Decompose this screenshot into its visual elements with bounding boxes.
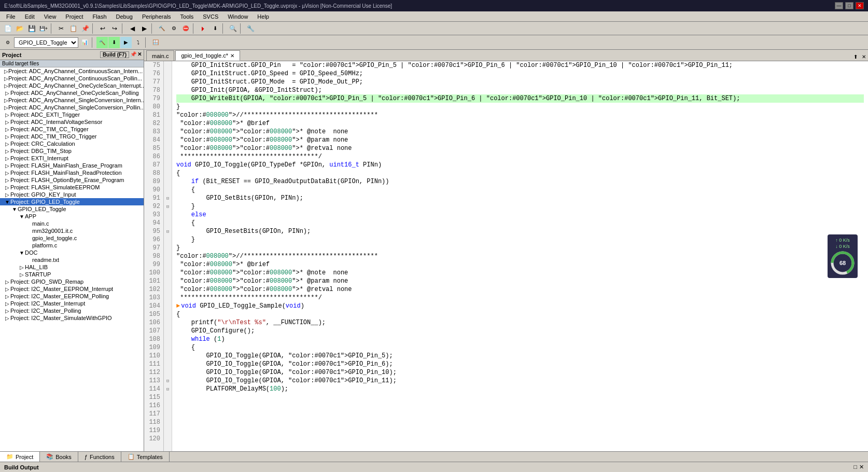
tree-expand-icon[interactable]: ▼ (4, 199, 10, 205)
menu-item-debug[interactable]: Debug (112, 12, 137, 21)
tree-item-11[interactable]: ▷Project: CRC_Calculation (0, 140, 144, 147)
tree-expand-icon[interactable]: ▷ (19, 265, 25, 270)
tree-item-29[interactable]: ▷STARTUP (0, 271, 144, 278)
tree-expand-icon[interactable]: ▷ (4, 148, 10, 154)
tree-item-26[interactable]: ▼DOC (0, 249, 144, 256)
bottom-tab-templates[interactable]: 📋Templates (121, 452, 170, 462)
tree-item-16[interactable]: ▷Project: FLASH_OptionByte_Erase_Program (0, 176, 144, 184)
tree-item-18[interactable]: ▷Project: GPIO_KEY_Input (0, 191, 144, 198)
menu-item-edit[interactable]: Edit (21, 12, 39, 21)
tree-item-4[interactable]: ▷Project: ADC_AnyChannel_OneCycleScan_Po… (0, 89, 144, 96)
start-stop-debug-button[interactable]: ▶ (120, 37, 132, 48)
tree-expand-icon[interactable]: ▷ (4, 301, 10, 307)
tree-item-19[interactable]: ▼Project: GPIO_LED_Toggle (0, 198, 144, 205)
tree-item-31[interactable]: ▷Project: I2C_Master_EEPROM_Interrupt (0, 285, 144, 293)
tab-gpio-led-toggle-c[interactable]: gpio_led_toggle.c* ✕ (175, 50, 240, 61)
tab-close-icon[interactable]: ✕ (230, 53, 234, 59)
tree-expand-icon[interactable]: ▷ (19, 272, 25, 277)
download-button[interactable]: ⬇ (209, 23, 221, 34)
nav-back-button[interactable]: ◀ (127, 23, 138, 34)
new-file-button[interactable]: 📄 (2, 23, 13, 34)
tree-expand-icon[interactable]: ▷ (4, 177, 10, 183)
menu-item-view[interactable]: View (40, 12, 61, 21)
menu-item-project[interactable]: Project (61, 12, 87, 21)
tree-expand-icon[interactable]: ▷ (4, 279, 10, 285)
tree-item-10[interactable]: ▷Project: ADC_TIM_TRGO_Trigger (0, 133, 144, 140)
tree-item-28[interactable]: ▷HAL_LIB (0, 263, 144, 271)
tab-main-c[interactable]: main.c (146, 50, 174, 61)
tree-expand-icon[interactable]: ▷ (4, 134, 10, 140)
search-button[interactable]: 🔍 (227, 23, 239, 34)
save-button[interactable]: 💾 (26, 23, 37, 34)
tree-item-25[interactable]: platform.c (0, 242, 144, 249)
tree-item-15[interactable]: ▷Project: FLASH_MainFlash_ReadProtection (0, 169, 144, 176)
options-button[interactable]: 🔧 (245, 23, 256, 34)
tree-expand-icon[interactable]: ▷ (4, 112, 10, 118)
tree-item-33[interactable]: ▷Project: I2C_Master_Interrupt (0, 300, 144, 307)
gutter-92[interactable]: ⊟ (164, 202, 172, 211)
tree-item-14[interactable]: ▷Project: FLASH_MainFlash_Erase_Program (0, 162, 144, 169)
windows-button[interactable]: 🪟 (150, 37, 161, 48)
tree-item-6[interactable]: ▷Project: ADC_AnyChannel_SingleConversio… (0, 104, 144, 111)
menu-item-svcs[interactable]: SVCS (199, 12, 222, 21)
tree-expand-icon[interactable]: ▷ (4, 308, 10, 314)
project-close-icon[interactable]: ✕ (137, 51, 142, 58)
tree-expand-icon[interactable]: ▼ (19, 214, 25, 219)
tree-item-13[interactable]: ▷Project: EXTI_Interrupt (0, 155, 144, 162)
tree-expand-icon[interactable]: ▷ (4, 163, 10, 169)
tree-item-9[interactable]: ▷Project: ADC_TIM_CC_Trigger (0, 126, 144, 133)
tree-expand-icon[interactable]: ▼ (19, 250, 25, 256)
tree-expand-icon[interactable]: ▷ (4, 170, 10, 176)
tree-item-8[interactable]: ▷Project: ADC_InternalVoltageSensor (0, 118, 144, 126)
bottom-tab-functions[interactable]: ƒFunctions (78, 452, 121, 462)
tree-expand-icon[interactable]: ▷ (4, 127, 10, 132)
manage-project-button[interactable]: 📊 (79, 37, 90, 48)
tree-expand-icon[interactable]: ▷ (4, 98, 8, 103)
tree-item-12[interactable]: ▷Project: DBG_TIM_Stop (0, 147, 144, 155)
stop-build-button[interactable]: ⛔ (180, 23, 191, 34)
open-file-button[interactable]: 📂 (14, 23, 25, 34)
tree-expand-icon[interactable]: ▷ (4, 192, 10, 198)
bottom-tab-books[interactable]: 📚Books (40, 452, 78, 462)
redo-button[interactable]: ↪ (109, 23, 120, 34)
build-target-button[interactable]: 🔨 (96, 37, 108, 48)
paste-button[interactable]: 📌 (79, 23, 91, 34)
tree-item-24[interactable]: gpio_led_toggle.c (0, 234, 144, 242)
nav-forward-button[interactable]: ▶ (138, 23, 150, 34)
tree-expand-icon[interactable]: ▷ (4, 68, 8, 74)
load-button[interactable]: ⬇ (108, 37, 120, 48)
tree-item-17[interactable]: ▷Project: FLASH_SimulateEEPROM (0, 184, 144, 191)
rebuild-button[interactable]: ⚙ (168, 23, 179, 34)
build-output-maximize-icon[interactable]: □ (853, 464, 857, 470)
tree-expand-icon[interactable]: ▷ (4, 119, 10, 125)
cut-button[interactable]: ✂ (55, 23, 67, 34)
tree-expand-icon[interactable]: ▷ (4, 156, 10, 161)
menu-item-flash[interactable]: Flash (89, 12, 111, 21)
tree-expand-icon[interactable]: ▷ (4, 185, 10, 190)
tree-expand-icon[interactable]: ▷ (4, 90, 10, 96)
target-options-button[interactable]: ⚙ (2, 37, 13, 48)
tree-item-23[interactable]: mm32g0001.it.c (0, 227, 144, 234)
tree-item-3[interactable]: ▷Project: ADC_AnyChannel_OneCycleScan_In… (0, 82, 144, 89)
project-pin-icon[interactable]: 📌 (130, 51, 136, 58)
tree-item-30[interactable]: ▷Project: GPIO_SWD_Remap (0, 278, 144, 285)
tree-expand-icon[interactable]: ▷ (4, 76, 8, 81)
build-output-close-icon[interactable]: ✕ (859, 464, 864, 470)
tree-expand-icon[interactable]: ▷ (4, 141, 10, 147)
gutter-91[interactable]: ⊟ (164, 194, 172, 202)
close-button[interactable]: ✕ (856, 2, 864, 9)
minimize-button[interactable]: — (835, 2, 843, 9)
copy-button[interactable]: 📋 (67, 23, 79, 34)
tree-expand-icon[interactable]: ▷ (4, 105, 8, 110)
tree-item-21[interactable]: ▼APP (0, 213, 144, 220)
menu-item-help[interactable]: Help (253, 12, 273, 21)
tree-item-35[interactable]: ▷Project: I2C_Master_SimulateWithGPIO (0, 314, 144, 322)
tree-item-27[interactable]: readme.txt (0, 256, 144, 263)
tree-item-32[interactable]: ▷Project: I2C_Master_EEPROM_Polling (0, 293, 144, 300)
bottom-tab-project[interactable]: 📁Project (0, 452, 40, 462)
undo-button[interactable]: ↩ (97, 23, 108, 34)
build-button[interactable]: 🔨 (156, 23, 167, 34)
tree-item-5[interactable]: ▷Project: ADC_AnyChannel_SingleConversio… (0, 96, 144, 104)
tree-expand-icon[interactable]: ▷ (4, 286, 10, 292)
editor-maximize-icon[interactable]: ⬆ (851, 53, 860, 61)
